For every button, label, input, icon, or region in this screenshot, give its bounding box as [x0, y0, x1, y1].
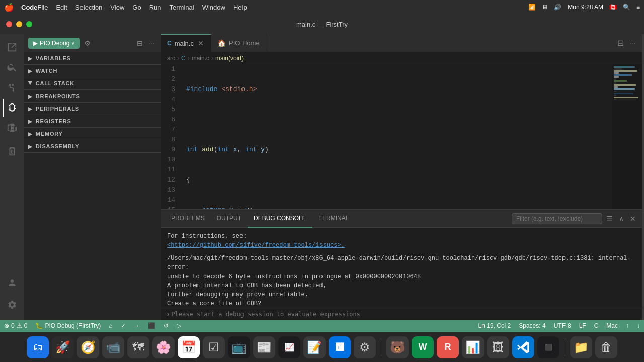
code-content[interactable]: #include <stdio.h> int add(int x, int y)…: [184, 64, 612, 209]
dock-appstore[interactable]: 🅰: [329, 336, 351, 358]
breadcrumb-function[interactable]: main(void): [215, 55, 244, 62]
split-editor-button[interactable]: ⊟: [135, 37, 145, 49]
dock-powerpoint[interactable]: 📊: [462, 336, 484, 358]
panel-tab-debug-console[interactable]: DEBUG CONSOLE: [248, 210, 312, 228]
activity-debug[interactable]: [3, 99, 21, 117]
status-upload[interactable]: ↑: [622, 320, 633, 332]
status-next[interactable]: →: [130, 320, 144, 332]
panel-tab-terminal[interactable]: TERMINAL: [312, 210, 355, 228]
dock-reminders[interactable]: ☑: [203, 336, 225, 358]
status-errors[interactable]: ⊗ 0 ⚠ 0: [0, 320, 31, 332]
dock-safari[interactable]: 🧭: [77, 336, 99, 358]
tab-main-c[interactable]: C main.c ✕: [161, 34, 211, 52]
panel-tab-output[interactable]: OUTPUT: [211, 210, 248, 228]
dock-wrike[interactable]: W: [412, 336, 434, 358]
dock-photos[interactable]: 🌸: [152, 336, 175, 358]
status-check[interactable]: ✓: [117, 320, 130, 332]
panel-debug-input[interactable]: [171, 311, 636, 318]
menubar-selection[interactable]: Selection: [75, 4, 102, 11]
status-spaces[interactable]: Spaces: 4: [515, 320, 549, 332]
status-home[interactable]: ⌂: [105, 320, 116, 332]
editor-more-button[interactable]: ···: [628, 37, 638, 49]
status-encoding[interactable]: UTF-8: [550, 320, 575, 332]
more-options-button[interactable]: ···: [147, 37, 157, 49]
menubar-view[interactable]: View: [110, 4, 124, 11]
maximize-button[interactable]: [26, 21, 32, 27]
dock-stocks[interactable]: 📈: [278, 336, 300, 358]
code-line-4: {: [186, 175, 612, 185]
status-platform[interactable]: Mac: [602, 320, 622, 332]
run-debug-button[interactable]: ▶ PIO Debug ∨: [28, 38, 80, 49]
code-editor[interactable]: 1 2 3 4 5 6 7 8 9 10 11 12 13 14 15 16 1: [161, 64, 612, 209]
activity-test[interactable]: [3, 143, 21, 161]
activity-extensions[interactable]: [3, 119, 21, 137]
menubar-run[interactable]: Run: [149, 4, 162, 11]
activity-source-control[interactable]: [3, 78, 21, 97]
console-link-1[interactable]: <https://github.com/sifive/freedom-tools…: [167, 241, 636, 250]
search-icon[interactable]: 🔍: [623, 4, 630, 11]
dock-finder[interactable]: 🗂: [27, 336, 49, 358]
apple-menu[interactable]: 🍎: [4, 3, 14, 12]
activity-settings[interactable]: [3, 296, 21, 314]
disassembly-header[interactable]: ▶ DISASSEMBLY: [24, 140, 161, 152]
call-stack-header[interactable]: ▶ CALL STACK: [24, 77, 161, 89]
dock-calendar[interactable]: 📅: [178, 336, 200, 358]
dock-preview[interactable]: 🖼: [487, 336, 509, 358]
menubar-file[interactable]: File: [38, 4, 48, 11]
dock-maps[interactable]: 🗺: [127, 336, 149, 358]
menubar-help[interactable]: Help: [233, 4, 247, 11]
status-position[interactable]: Ln 19, Col 2: [474, 320, 515, 332]
breadcrumb-c[interactable]: C: [181, 55, 186, 62]
breadcrumb-main-c[interactable]: main.c: [192, 55, 209, 62]
activity-search[interactable]: [3, 58, 21, 76]
dock-systemprefs[interactable]: ⚙: [354, 336, 376, 358]
menubar-terminal[interactable]: Terminal: [170, 4, 194, 11]
status-download[interactable]: ↓: [633, 320, 644, 332]
split-right-button[interactable]: ⊟: [615, 36, 626, 50]
menubar-window[interactable]: Window: [202, 4, 225, 11]
tab-close-main-c[interactable]: ✕: [197, 38, 205, 48]
watch-header[interactable]: ▶ WATCH: [24, 65, 161, 77]
dock-finder2[interactable]: 📁: [570, 336, 592, 358]
right-resize-handle[interactable]: [642, 34, 644, 320]
dock-facetime[interactable]: 📹: [102, 336, 124, 358]
close-button[interactable]: [6, 21, 12, 27]
menubar-go[interactable]: Go: [132, 4, 141, 11]
status-debug-name[interactable]: 🐛 PIO Debug (FirstTry): [31, 320, 105, 332]
status-stop[interactable]: ⬛: [144, 320, 159, 332]
tab-pio-home[interactable]: 🏠 PIO Home: [211, 34, 266, 52]
status-language[interactable]: C: [590, 320, 603, 332]
sidebar: ▶ PIO Debug ∨ ⚙ ⊟ ··· ▶ VARIABLES ▶ WATC…: [24, 34, 161, 320]
activity-explorer[interactable]: [3, 38, 21, 56]
dock-terminal[interactable]: ⬛: [537, 336, 559, 358]
dock-reeder[interactable]: R: [437, 336, 459, 358]
dock-bear[interactable]: 🐻: [386, 336, 409, 358]
dock-vscode[interactable]: [512, 336, 534, 358]
activity-account[interactable]: [3, 274, 21, 292]
peripherals-header[interactable]: ▶ PERIPHERALS: [24, 103, 161, 115]
menubar-edit[interactable]: Edit: [56, 4, 67, 11]
panel-collapse-button[interactable]: ∧: [617, 213, 626, 225]
dock-notes[interactable]: 📝: [303, 336, 326, 358]
dock-appletv[interactable]: 📺: [228, 336, 250, 358]
dock-trash[interactable]: 🗑: [595, 336, 617, 358]
status-run[interactable]: ▷: [173, 320, 185, 332]
memory-header[interactable]: ▶ MEMORY: [24, 128, 161, 140]
panel-tab-problems[interactable]: PROBLEMS: [165, 210, 211, 228]
debug-gear-button[interactable]: ⚙: [82, 37, 93, 49]
dock-news[interactable]: 📰: [253, 336, 275, 358]
menu-icon[interactable]: ≡: [636, 4, 640, 11]
status-line-ending[interactable]: LF: [575, 320, 590, 332]
panel-list-icon[interactable]: ☰: [604, 213, 615, 225]
variables-header[interactable]: ▶ VARIABLES: [24, 52, 161, 64]
status-restart[interactable]: ↺: [159, 320, 173, 332]
menubar-code[interactable]: Code: [21, 4, 38, 11]
breakpoints-header[interactable]: ▶ BREAKPOINTS: [24, 90, 161, 102]
registers-header[interactable]: ▶ REGISTERS: [24, 115, 161, 127]
dock-launchpad[interactable]: 🚀: [52, 336, 74, 358]
breadcrumb-src[interactable]: src: [167, 55, 175, 62]
panel-filter-input[interactable]: [512, 213, 602, 224]
panel-close-button[interactable]: ✕: [628, 213, 638, 225]
disassembly-section: ▶ DISASSEMBLY: [24, 140, 161, 153]
minimize-button[interactable]: [16, 21, 22, 27]
